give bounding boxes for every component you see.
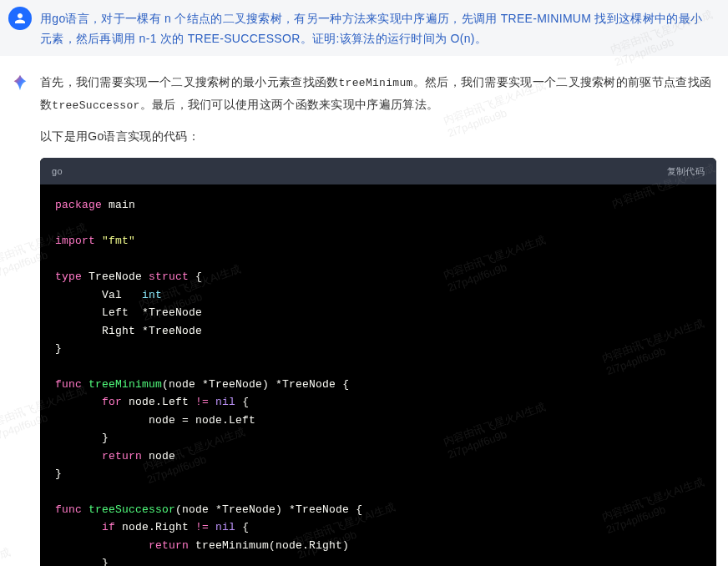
code-token: return	[149, 539, 189, 552]
code-token: !=	[195, 396, 209, 408]
code-token: if	[102, 521, 115, 533]
question-text: 用go语言，对于一棵有 n 个结点的二叉搜索树，有另一种方法来实现中序遍历，先调…	[40, 7, 720, 49]
code-token: *TreeNode	[289, 503, 349, 516]
code-lang-label: go	[52, 163, 63, 180]
code-token: import	[55, 235, 95, 247]
code-token: (node *TreeNode)	[162, 378, 269, 391]
code-token: node = node.Left	[149, 414, 255, 427]
code-token: (node *TreeNode)	[175, 503, 282, 516]
code-token: node	[149, 450, 175, 462]
code-token: nil	[215, 396, 235, 408]
inline-code: treeMinimum	[339, 77, 413, 89]
code-token: "fmt"	[102, 235, 135, 247]
ai-avatar	[8, 71, 32, 94]
user-avatar	[8, 7, 32, 30]
code-token: return	[102, 450, 142, 462]
code-block: go 复制代码 package main import "fmt" type T…	[40, 158, 716, 566]
answer-text: 首先，我们需要实现一个二叉搜索树的最小元素查找函数	[40, 75, 339, 88]
code-token: func	[55, 503, 82, 516]
code-token: TreeNode	[88, 270, 142, 283]
code-token: Right	[102, 325, 135, 337]
code-token: node.Left	[129, 396, 189, 408]
answer-container: 首先，我们需要实现一个二叉搜索树的最小元素查找函数treeMinimum。然后，…	[0, 56, 728, 566]
code-token: type	[55, 270, 82, 283]
code-body: package main import "fmt" type TreeNode …	[40, 184, 716, 566]
answer-paragraph-2: 以下是用Go语言实现的代码：	[40, 125, 720, 148]
answer-content: 首先，我们需要实现一个二叉搜索树的最小元素查找函数treeMinimum。然后，…	[40, 71, 720, 566]
code-token: *TreeNode	[142, 325, 202, 337]
code-token: package	[55, 199, 102, 211]
answer-paragraph-1: 首先，我们需要实现一个二叉搜索树的最小元素查找函数treeMinimum。然后，…	[40, 71, 720, 117]
code-token: Val	[102, 289, 122, 301]
copy-code-button[interactable]: 复制代码	[667, 163, 705, 180]
code-token: !=	[195, 521, 209, 533]
code-token: treeMinimum(node.Right)	[195, 539, 349, 552]
code-token: treeMinimum	[88, 378, 162, 391]
code-header: go 复制代码	[40, 158, 716, 185]
code-token: treeSuccessor	[88, 503, 175, 516]
code-token: *TreeNode	[142, 306, 202, 319]
spark-icon	[11, 73, 29, 92]
code-token: int	[142, 289, 162, 301]
code-token: struct	[149, 270, 189, 283]
code-token: Left	[102, 306, 129, 319]
code-token: func	[55, 378, 82, 391]
user-icon	[13, 11, 28, 26]
answer-text: 。最后，我们可以使用这两个函数来实现中序遍历算法。	[140, 98, 439, 111]
code-token: for	[102, 396, 122, 408]
code-token: *TreeNode	[276, 378, 336, 391]
inline-code: treeSuccessor	[52, 99, 139, 112]
question-row: 用go语言，对于一棵有 n 个结点的二叉搜索树，有另一种方法来实现中序遍历，先调…	[0, 0, 728, 49]
code-token: node.Right	[122, 521, 189, 533]
code-token: nil	[215, 521, 235, 533]
code-token: main	[109, 199, 135, 211]
